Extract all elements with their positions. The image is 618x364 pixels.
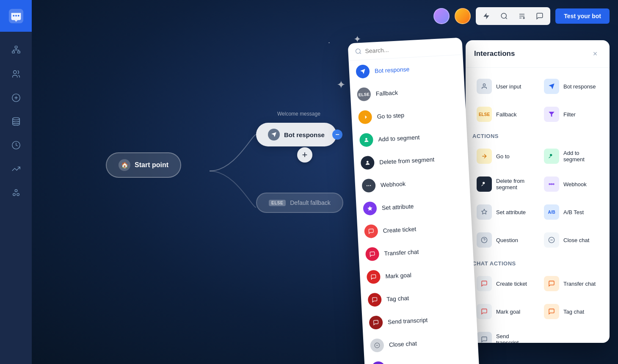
set-attribute-icon <box>477 204 492 220</box>
delete-from-segment-icon <box>477 176 492 192</box>
bolt-icon-btn[interactable] <box>480 10 493 22</box>
interaction-bot-response[interactable]: Bot response <box>540 74 603 98</box>
item-label-webhook: Webhook <box>381 180 406 188</box>
add-to-segment-label: Add to segment <box>563 150 599 163</box>
svg-point-16 <box>365 138 367 140</box>
chat-action-send-transcript[interactable]: Send transcript <box>472 328 535 343</box>
interactions-panel: Interactions × User input Bot response <box>466 40 610 343</box>
item-icon-tag-chat <box>367 292 382 307</box>
send-transcript-icon <box>477 332 492 343</box>
item-label-set-attribute: Set attribute <box>382 203 414 211</box>
start-node-label: Start point <box>135 161 168 169</box>
sidebar-item-contacts[interactable] <box>6 64 26 84</box>
sidebar-item-data[interactable] <box>6 111 26 132</box>
webhook-icon <box>544 176 559 192</box>
header-toolbar <box>476 7 550 25</box>
item-label-transfer-chat: Transfer chat <box>384 248 419 257</box>
ab-test-icon: A/B <box>544 204 559 220</box>
item-icon-filter <box>371 361 386 364</box>
sidebar-item-analytics[interactable] <box>6 159 26 179</box>
app-logo[interactable] <box>0 0 32 32</box>
fallback-node[interactable]: ELSE Default fallback <box>256 193 343 213</box>
item-label-tag-chat: Tag chat <box>386 295 409 303</box>
item-label-send-transcript: Send transcript <box>388 317 428 325</box>
svg-point-3 <box>17 15 19 17</box>
create-ticket-icon <box>477 276 492 291</box>
item-icon-set-attribute <box>363 201 377 216</box>
go-to-label: Go to <box>496 153 510 160</box>
chat-action-create-ticket[interactable]: Create ticket <box>472 272 535 295</box>
chat-action-tag-chat[interactable]: Tag chat <box>540 300 603 323</box>
settings-icon-btn[interactable] <box>516 10 528 22</box>
action-set-attribute[interactable]: Set attribute <box>472 200 535 224</box>
fallback-label: Default fallback <box>290 199 331 206</box>
avatar-user2[interactable] <box>455 8 471 24</box>
bot-response-remove-btn[interactable]: − <box>332 130 342 140</box>
item-label-create-ticket: Create ticket <box>383 226 416 234</box>
ab-test-label: A/B Test <box>563 209 584 215</box>
tag-chat-icon <box>544 304 559 319</box>
sidebar-item-activity[interactable] <box>6 135 26 155</box>
svg-rect-4 <box>15 46 17 48</box>
bot-response-node[interactable]: Bot response − <box>256 123 337 146</box>
star-decor-4: ✦ <box>337 78 346 91</box>
interaction-filter[interactable]: Filter <box>540 102 603 126</box>
svg-point-1 <box>13 15 14 17</box>
item-icon-fallback: ELSE <box>357 87 371 102</box>
dropdown-search-input[interactable] <box>365 43 456 54</box>
svg-point-17 <box>367 161 369 163</box>
interactions-title: Interactions <box>474 50 515 58</box>
item-icon-webhook <box>361 179 376 193</box>
avatar-user1[interactable] <box>433 8 450 24</box>
svg-point-20 <box>368 185 369 186</box>
action-add-to-segment[interactable]: Add to segment <box>540 144 603 168</box>
svg-point-27 <box>551 184 552 185</box>
svg-point-8 <box>12 118 19 120</box>
svg-point-19 <box>370 185 371 186</box>
search-icon-btn[interactable] <box>498 10 510 22</box>
set-attribute-label: Set attribute <box>496 209 526 215</box>
sidebar-item-settings[interactable] <box>6 182 26 203</box>
action-ab-test[interactable]: A/B A/B Test <box>540 200 603 224</box>
actions-dropdown: Bot response ELSE Fallback Go to step Ad… <box>348 38 482 364</box>
start-point-node[interactable]: 🏠 Start point <box>106 152 181 178</box>
test-bot-button[interactable]: Test your bot <box>555 8 610 24</box>
svg-point-13 <box>502 13 507 18</box>
svg-point-26 <box>553 184 554 185</box>
user-input-icon <box>477 79 492 94</box>
svg-point-25 <box>549 184 550 185</box>
add-node-btn[interactable]: + <box>297 147 312 163</box>
action-close-chat-int[interactable]: Close chat <box>540 228 603 252</box>
send-transcript-label: Send transcript <box>496 333 531 343</box>
chat-icon-btn[interactable] <box>533 10 546 22</box>
action-delete-from-segment[interactable]: Delete from segment <box>472 172 535 196</box>
item-label-bot-response: Bot response <box>375 66 410 74</box>
close-chat-icon <box>544 232 559 248</box>
sidebar <box>0 0 32 364</box>
svg-point-18 <box>367 185 367 186</box>
action-question[interactable]: Question <box>472 228 535 252</box>
sidebar-item-org[interactable] <box>6 40 26 61</box>
transfer-chat-icon <box>544 276 559 291</box>
svg-point-12 <box>15 190 17 192</box>
svg-point-2 <box>15 15 17 17</box>
go-to-icon <box>477 149 492 164</box>
item-label-fallback: Fallback <box>375 89 398 97</box>
create-ticket-label: Create ticket <box>496 281 527 287</box>
bot-node-sublabel: Welcome message <box>277 111 320 117</box>
svg-point-24 <box>483 182 485 184</box>
chat-action-transfer-chat[interactable]: Transfer chat <box>540 272 603 295</box>
interaction-fallback[interactable]: ELSE Fallback <box>472 102 535 126</box>
interaction-user-input[interactable]: User input <box>472 74 535 98</box>
chat-actions-grid: Create ticket Transfer chat Mark goal <box>472 272 603 343</box>
star-decor-1: · <box>328 38 330 47</box>
interactions-close-btn[interactable]: × <box>589 48 601 60</box>
close-chat-label: Close chat <box>563 237 589 243</box>
canvas-area[interactable]: · ✦ · ✦ <box>32 0 618 364</box>
svg-point-7 <box>13 71 16 74</box>
action-webhook[interactable]: Webhook <box>540 172 603 196</box>
filter-label-int: Filter <box>563 111 576 118</box>
action-go-to[interactable]: Go to <box>472 144 535 168</box>
chat-action-mark-goal[interactable]: Mark goal <box>472 300 535 323</box>
sidebar-item-ai[interactable] <box>6 88 26 108</box>
